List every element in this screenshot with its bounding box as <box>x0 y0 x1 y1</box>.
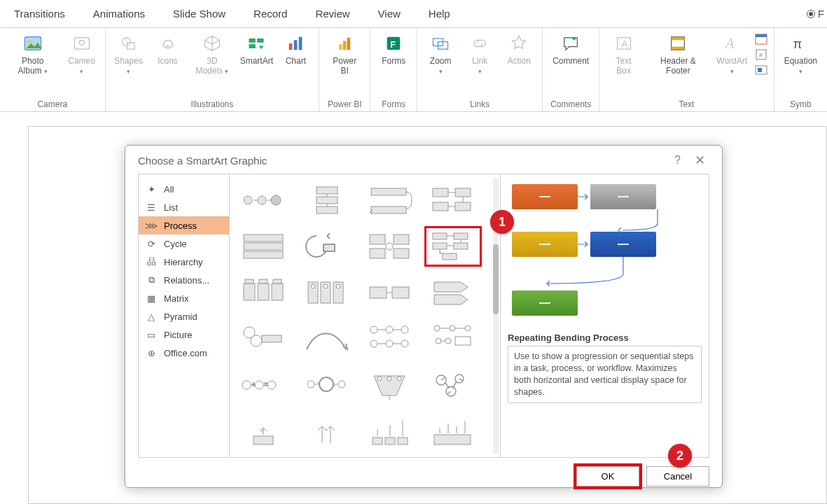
thumb-7[interactable] <box>361 226 419 267</box>
svg-rect-102 <box>373 438 382 444</box>
tab-help[interactable]: Help <box>415 1 464 27</box>
tab-slideshow[interactable]: Slide Show <box>159 1 239 27</box>
thumb-3[interactable] <box>361 180 419 220</box>
group-illustrations: Shapes▾ Icons 3D Models ▾ SmartArt Chart… <box>106 28 320 111</box>
svg-point-78 <box>370 340 377 347</box>
shapes-icon <box>119 34 139 53</box>
tab-animations[interactable]: Animations <box>79 1 159 27</box>
thumb-9[interactable] <box>235 272 293 313</box>
svg-text:π: π <box>793 36 802 51</box>
svg-point-34 <box>271 195 281 205</box>
thumb-17[interactable]: += <box>235 365 293 405</box>
thumb-22[interactable] <box>298 411 356 451</box>
thumb-23[interactable] <box>361 411 419 451</box>
btn-action[interactable]: Action <box>501 31 536 66</box>
svg-point-94 <box>319 377 333 391</box>
btn-forms[interactable]: F Forms <box>376 31 411 66</box>
svg-rect-30 <box>758 68 762 72</box>
svg-rect-62 <box>259 279 267 284</box>
cat-all[interactable]: ✦All <box>139 180 229 198</box>
powerbi-icon <box>335 34 354 53</box>
btn-3d-models[interactable]: 3D Models ▾ <box>190 31 235 76</box>
btn-wordart[interactable]: A WordArt▾ <box>714 31 750 76</box>
svg-rect-44 <box>244 234 283 241</box>
thumb-20[interactable] <box>424 365 482 405</box>
thumb-18[interactable] <box>298 365 356 405</box>
btn-header-footer[interactable]: Header & Footer <box>646 31 710 76</box>
preview-box-5 <box>512 290 578 316</box>
btn-equation[interactable]: π Equation▾ <box>780 31 821 76</box>
cat-list[interactable]: ☰List <box>139 198 229 216</box>
cancel-button[interactable]: Cancel <box>646 466 709 486</box>
thumb-16[interactable] <box>424 318 482 359</box>
thumb-11[interactable] <box>361 272 419 313</box>
thumb-repeating-bending-process[interactable] <box>424 226 482 267</box>
btn-comment[interactable]: Comment <box>548 31 593 66</box>
cat-relationship[interactable]: ⧉Relations... <box>139 271 229 289</box>
preview-title: Repeating Bending Process <box>508 332 702 343</box>
gallery-scrollbar-thumb[interactable] <box>493 244 499 314</box>
svg-point-75 <box>370 326 377 333</box>
icons-icon <box>158 34 178 53</box>
cat-cycle[interactable]: ⟳Cycle <box>139 234 229 253</box>
thumb-5[interactable] <box>235 226 293 267</box>
btn-zoom[interactable]: Zoom▾ <box>423 31 458 76</box>
svg-point-52 <box>386 243 393 250</box>
btn-cameo[interactable]: Cameo▾ <box>64 31 99 76</box>
tab-record[interactable]: Record <box>239 1 301 27</box>
group-forms: F Forms Forms <box>370 28 417 111</box>
thumb-19[interactable] <box>361 365 419 405</box>
cat-pyramid[interactable]: △Pyramid <box>139 307 229 326</box>
thumb-6[interactable] <box>298 226 356 267</box>
group-comments: Comment Comments <box>543 28 599 111</box>
thumb-10[interactable] <box>298 272 356 313</box>
btn-powerbi[interactable]: Power BI <box>325 31 364 76</box>
smartart-gallery: += <box>230 174 500 457</box>
thumb-12[interactable] <box>424 272 482 313</box>
svg-rect-2 <box>74 38 89 49</box>
svg-point-69 <box>336 284 340 288</box>
cat-matrix[interactable]: ▦Matrix <box>139 289 229 307</box>
thumb-1[interactable] <box>235 180 293 220</box>
process-icon: ⋙ <box>146 220 157 231</box>
date-icon[interactable] <box>754 32 768 46</box>
tab-review[interactable]: Review <box>301 1 363 27</box>
cat-office[interactable]: ⊕Office.com <box>139 344 229 362</box>
btn-smartart[interactable]: SmartArt <box>239 31 274 66</box>
cat-hierarchy[interactable]: 品Hierarchy <box>139 253 229 271</box>
btn-icons[interactable]: Icons <box>151 31 186 66</box>
btn-textbox[interactable]: A Text Box <box>605 31 642 76</box>
cat-picture[interactable]: ▭Picture <box>139 326 229 344</box>
btn-photo-album[interactable]: Photo Album ▾ <box>6 31 60 76</box>
thumb-21[interactable] <box>235 411 293 451</box>
tab-transitions[interactable]: Transitions <box>0 1 79 27</box>
svg-rect-8 <box>249 44 256 48</box>
textbox-icon: A <box>614 34 634 53</box>
ok-button[interactable]: OK <box>576 466 639 486</box>
thumb-2[interactable] <box>298 180 356 220</box>
thumb-4[interactable] <box>424 180 482 220</box>
svg-rect-55 <box>433 243 447 249</box>
preview-box-1 <box>512 184 578 209</box>
svg-point-33 <box>258 196 266 204</box>
btn-link[interactable]: Link▾ <box>462 31 497 76</box>
tab-view[interactable]: View <box>364 1 415 27</box>
object-icon[interactable] <box>754 63 768 77</box>
thumb-14[interactable] <box>298 318 356 359</box>
thumb-24[interactable] <box>424 411 482 451</box>
record-radio[interactable]: F <box>807 8 824 20</box>
dialog-close-button[interactable]: ✕ <box>688 153 712 168</box>
svg-rect-10 <box>294 40 298 50</box>
group-label-illustrations: Illustrations <box>111 98 314 111</box>
svg-rect-61 <box>245 279 253 284</box>
dialog-help-button[interactable]: ? <box>667 154 688 167</box>
svg-text:F: F <box>391 39 396 50</box>
btn-shapes[interactable]: Shapes▾ <box>111 31 146 76</box>
thumb-15[interactable] <box>361 318 419 359</box>
svg-rect-45 <box>244 243 283 250</box>
svg-text:A: A <box>621 38 627 49</box>
slide-number-icon[interactable]: # <box>754 48 768 62</box>
cat-process[interactable]: ⋙Process <box>139 216 229 234</box>
thumb-13[interactable] <box>235 318 293 359</box>
btn-chart[interactable]: Chart <box>278 31 313 66</box>
